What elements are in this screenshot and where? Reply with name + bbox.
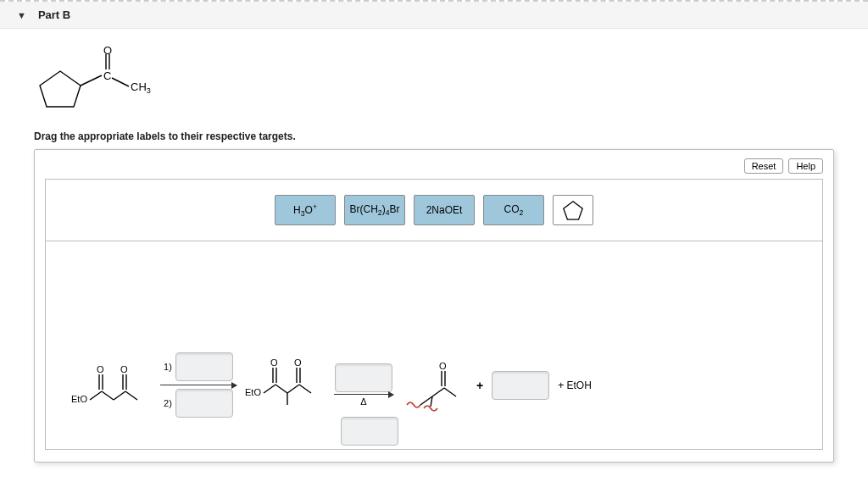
o-label: O [103,46,112,57]
structure-3: O [402,356,468,415]
labels-bank: H3O+ Br(CH2)4Br 2NaOEt CO2 [46,195,822,225]
target-slot-3[interactable] [335,363,392,392]
structure-2: EtO O O [245,349,326,421]
svg-line-4 [112,78,129,86]
svg-line-7 [90,391,102,400]
svg-text:O: O [439,361,447,371]
instruction-text: Drag the appropriate labels to their res… [34,130,834,142]
svg-text:O: O [294,357,302,368]
svg-text:O: O [270,357,278,368]
svg-line-30 [432,388,444,396]
structure-1: EtO O O [71,356,152,415]
svg-line-18 [264,385,275,393]
ch3-label: CH3 [131,80,151,95]
svg-text:EtO: EtO [71,394,87,404]
target-slot-1[interactable] [175,352,233,381]
pentagon-icon [561,198,585,222]
delta-label: Δ [360,396,366,407]
svg-line-34 [444,388,456,396]
arrow-icon [334,394,393,395]
reagent-delta: Δ [334,363,393,407]
svg-marker-5 [564,202,582,219]
canvas: H3O+ Br(CH2)4Br 2NaOEt CO2 [45,179,823,450]
svg-text:O: O [97,364,104,374]
etoh-text: + EtOH [558,379,592,391]
svg-line-12 [114,391,125,400]
svg-line-16 [125,391,137,400]
drag-drop-workspace: Reset Help H3O+ Br(CH2)4Br 2NaOEt CO2 [34,149,834,463]
svg-line-1 [81,75,102,86]
svg-text:O: O [120,364,128,374]
help-button[interactable]: Help [788,158,823,174]
label-divider [46,241,822,241]
reset-button[interactable]: Reset [744,158,784,174]
target-slot-2[interactable] [175,389,233,418]
part-title: Part B [38,8,70,21]
label-h3o[interactable]: H3O+ [275,195,336,225]
reagent-step-1-2: 1) 2) [160,352,236,418]
label-2naoet[interactable]: 2NaOEt [414,195,475,225]
svg-text:EtO: EtO [245,387,261,397]
arrow-icon [160,385,236,385]
target-slot-below-intermediate[interactable] [341,417,398,446]
svg-line-27 [299,385,311,393]
workspace-toolbar: Reset Help [45,158,823,174]
label-brch2[interactable]: Br(CH2)4Br [344,195,405,225]
target-slot-4[interactable] [492,371,549,400]
svg-marker-0 [40,71,81,107]
reaction-scheme: EtO O O 1) [71,349,797,421]
caret-down-icon: ▼ [17,10,26,20]
label-co2[interactable]: CO2 [483,195,544,225]
prompt-structure: C O CH3 [34,46,834,122]
plus-sign: + [476,379,483,392]
label-cyclopentane[interactable] [553,195,593,225]
svg-line-11 [102,391,114,400]
c-label: C [103,69,111,82]
content-area: C O CH3 Drag the appropriate labels to t… [0,29,868,463]
svg-line-23 [287,385,299,393]
svg-line-22 [275,385,287,393]
part-header[interactable]: ▼ Part B [0,2,868,29]
